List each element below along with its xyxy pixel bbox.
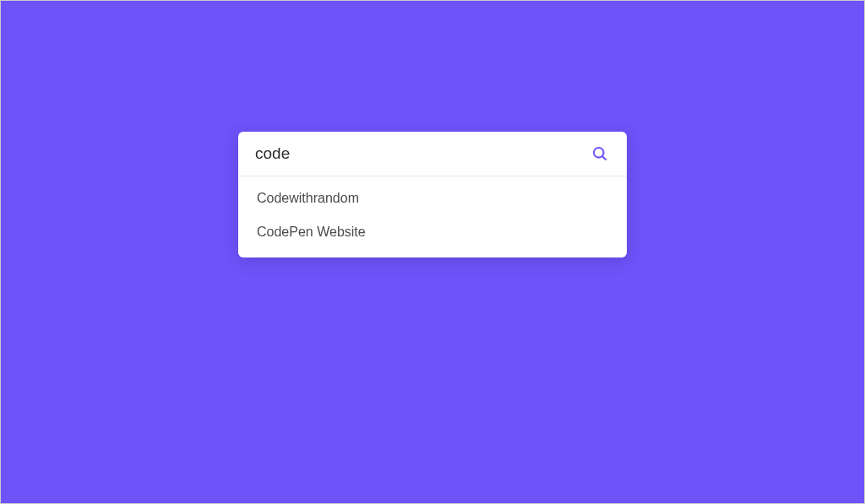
svg-line-1: [602, 156, 607, 160]
suggestions-list: Codewithrandom CodePen Website: [238, 176, 627, 257]
search-button[interactable]: [590, 144, 610, 164]
suggestion-label: Codewithrandom: [257, 191, 359, 205]
svg-point-0: [594, 148, 604, 158]
search-input-row: [238, 132, 627, 176]
suggestion-item[interactable]: Codewithrandom: [238, 182, 627, 215]
search-input[interactable]: [255, 144, 590, 163]
suggestion-label: CodePen Website: [257, 225, 366, 239]
suggestion-item[interactable]: CodePen Website: [238, 215, 627, 249]
search-icon: [591, 145, 608, 162]
search-autocomplete-box: Codewithrandom CodePen Website: [238, 132, 627, 257]
